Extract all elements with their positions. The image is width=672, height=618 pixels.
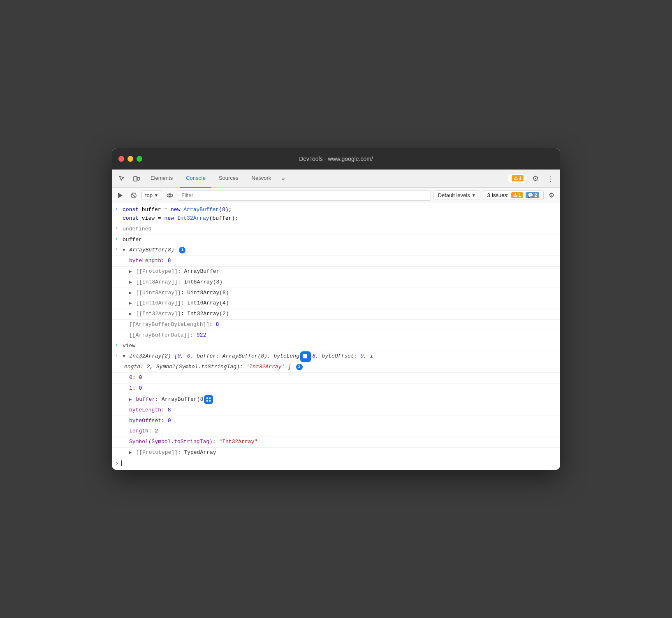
console-row: ▶ [[Int8Array]]: Int8Array(8): [112, 277, 560, 288]
collapse-arrow[interactable]: ▼: [123, 248, 125, 253]
console-output: › const buffer = new ArrayBuffer(8); con…: [112, 203, 560, 470]
cursor-prompt: ›: [115, 460, 118, 467]
tab-sources[interactable]: Sources: [213, 170, 244, 188]
svg-rect-8: [303, 354, 305, 356]
row-content: ▶ buffer: ArrayBuffer(8: [129, 395, 557, 404]
maximize-button[interactable]: [137, 156, 142, 162]
main-toolbar: Elements Console Sources Network » ⚠ 1 ⚙…: [112, 170, 560, 188]
row-content: Symbol(Symbol.toStringTag): "Int32Array": [129, 438, 557, 446]
filter-input[interactable]: [178, 190, 431, 201]
console-row: [[ArrayBufferData]]: 922: [112, 330, 560, 341]
inspect-element-button[interactable]: [115, 173, 128, 184]
info-icon[interactable]: i: [179, 247, 185, 253]
console-row: ▶ [[Prototype]]: ArrayBuffer: [112, 267, 560, 277]
tab-console[interactable]: Console: [180, 170, 211, 188]
console-row: ▶ [[Prototype]]: TypedArray: [112, 448, 560, 458]
issues-info-count: 💬 2: [526, 192, 539, 198]
console-row: ‹ undefined: [112, 224, 560, 235]
close-button[interactable]: [118, 156, 124, 162]
console-row: 0: 0: [112, 373, 560, 383]
row-content: view: [123, 342, 557, 351]
tooltip-icon[interactable]: [300, 351, 311, 362]
expand-arrow[interactable]: ▶: [129, 311, 132, 316]
console-row: 1: 0: [112, 383, 560, 394]
console-row: ▶ [[Int16Array]]: Int16Array(4): [112, 298, 560, 309]
collapse-arrow[interactable]: ▼: [123, 354, 125, 359]
row-content: 0: 0: [129, 374, 557, 382]
row-content: ▼ Int32Array(2) [0, 0, buffer: ArrayBuff…: [123, 352, 557, 361]
row-content: ▶ [[Int8Array]]: Int8Array(8): [129, 278, 557, 287]
expand-arrow[interactable]: ▶: [129, 301, 132, 306]
row-content: ▶ [[Prototype]]: ArrayBuffer: [129, 267, 557, 276]
eye-button[interactable]: [165, 190, 175, 201]
row-content: ▶ [[Prototype]]: TypedArray: [129, 448, 557, 457]
row-content: undefined: [123, 225, 557, 234]
expand-arrow[interactable]: ▶: [129, 290, 132, 295]
titlebar: DevTools - www.google.com/: [112, 148, 560, 170]
console-row: › const buffer = new ArrayBuffer(8); con…: [112, 205, 560, 224]
svg-rect-12: [206, 397, 208, 399]
levels-dropdown[interactable]: Default levels ▼: [433, 191, 480, 200]
svg-rect-10: [303, 356, 305, 358]
svg-rect-0: [134, 177, 137, 181]
more-options-button[interactable]: ⋮: [544, 173, 557, 184]
row-content: buffer: [123, 236, 557, 244]
info-icon[interactable]: i: [296, 364, 303, 370]
row-expand-arrow[interactable]: ›: [115, 236, 123, 242]
issues-counter[interactable]: ⚠ 1: [508, 174, 527, 183]
console-row: ▶ buffer: ArrayBuffer(8: [112, 394, 560, 405]
row-content: ▶ [[Int32Array]]: Int32Array(2): [129, 310, 557, 318]
row-content: ▶ [[Int16Array]]: Int16Array(4): [129, 299, 557, 308]
console-row: byteLength: 8: [112, 405, 560, 416]
console-row: ‹ ▼ Int32Array(2) [0, 0, buffer: ArrayBu…: [112, 351, 560, 362]
settings-button[interactable]: ⚙: [529, 173, 542, 184]
row-content: [[ArrayBufferByteLength]]: 8: [129, 321, 557, 329]
console-settings-button[interactable]: ⚙: [546, 190, 557, 201]
svg-point-7: [169, 194, 171, 196]
block-button[interactable]: [128, 190, 139, 201]
cursor: [121, 460, 122, 466]
console-toolbar: top ▼ Default levels ▼ 3 Issues: ⚠ 1 💬 2…: [112, 188, 560, 203]
row-content: length: 2: [129, 427, 557, 436]
row-content: [[ArrayBufferData]]: 922: [129, 331, 557, 340]
row-expand-arrow: ‹: [115, 352, 123, 358]
issues-warning-count: ⚠ 1: [511, 192, 523, 198]
expand-arrow[interactable]: ▶: [129, 450, 132, 455]
svg-rect-14: [206, 400, 208, 402]
row-expand-arrow[interactable]: ›: [115, 342, 123, 348]
svg-rect-11: [305, 356, 307, 358]
expand-arrow[interactable]: ▶: [129, 280, 132, 285]
context-selector[interactable]: top ▼: [141, 191, 162, 200]
console-row: › view: [112, 341, 560, 352]
window-title: DevTools - www.google.com/: [299, 156, 373, 162]
row-content: byteLength: 8: [129, 406, 557, 415]
row-expand-arrow[interactable]: ›: [115, 206, 123, 211]
console-row: › buffer: [112, 235, 560, 246]
console-issues-badge[interactable]: 3 Issues: ⚠ 1 💬 2: [483, 191, 544, 200]
console-row: ength: 2, Symbol(Symbol.toStringTag): 'I…: [112, 362, 560, 373]
buffer-badge[interactable]: [204, 395, 213, 404]
tab-elements[interactable]: Elements: [145, 170, 178, 188]
svg-rect-13: [209, 397, 211, 399]
console-row: length: 2: [112, 426, 560, 437]
more-tabs-button[interactable]: »: [278, 175, 288, 181]
traffic-lights: [118, 156, 142, 162]
svg-marker-2: [118, 193, 123, 198]
device-toolbar-button[interactable]: [130, 173, 143, 184]
minimize-button[interactable]: [127, 156, 133, 162]
expand-arrow[interactable]: ▶: [129, 397, 132, 402]
svg-rect-15: [209, 400, 211, 402]
console-row: [[ArrayBufferByteLength]]: 8: [112, 320, 560, 330]
console-row: byteLength: 8: [112, 256, 560, 267]
expand-arrow[interactable]: ▶: [129, 269, 132, 274]
run-button[interactable]: [115, 190, 126, 201]
row-content: ▶ [[Uint8Array]]: Uint8Array(8): [129, 289, 557, 297]
svg-rect-1: [137, 177, 139, 180]
row-expand-arrow: ‹: [115, 225, 123, 231]
console-cursor-row[interactable]: ›: [112, 458, 560, 468]
console-row: ▶ [[Uint8Array]]: Uint8Array(8): [112, 288, 560, 299]
console-row: Symbol(Symbol.toStringTag): "Int32Array": [112, 437, 560, 448]
tab-network[interactable]: Network: [246, 170, 277, 188]
row-expand-arrow: ‹: [115, 246, 123, 252]
row-content: 1: 0: [129, 384, 557, 393]
